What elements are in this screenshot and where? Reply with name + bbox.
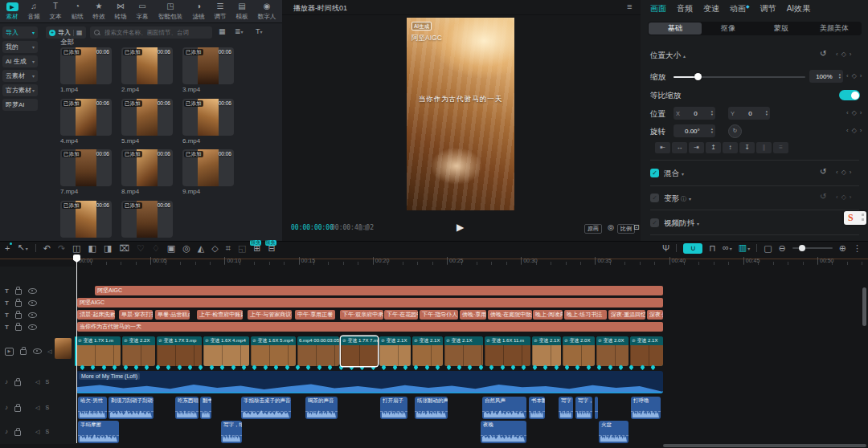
video-preview[interactable]: AI生成 阿坚AIGC 当你作为古代驸马的一天: [407, 18, 514, 210]
view-toggle-icon[interactable]: ▦: [219, 27, 226, 35]
mirror-icon[interactable]: ◭: [198, 241, 204, 255]
frame-compare-icon[interactable]: [365, 225, 369, 230]
media-item[interactable]: 已添加00:06: [60, 99, 112, 136]
sound-effect-clip[interactable]: 写字，纸: [221, 421, 242, 443]
solo-icon[interactable]: S: [45, 429, 49, 435]
zoom-out-icon[interactable]: ⊖: [779, 241, 786, 255]
text-clip[interactable]: 中午·享用正餐: [295, 310, 335, 320]
adsorb-icon[interactable]: ⊓: [709, 241, 716, 255]
position-x-field[interactable]: X0 ▴▾: [674, 107, 715, 120]
media-item[interactable]: 已添加00:06: [182, 99, 234, 136]
reset-icon[interactable]: ↺: [820, 192, 826, 201]
split-left-icon[interactable]: ◧: [88, 241, 96, 255]
solo-icon[interactable]: S: [45, 405, 49, 411]
mark-icon[interactable]: ♢: [152, 241, 160, 255]
lock-icon[interactable]: [15, 289, 22, 295]
stepper-icon[interactable]: ▴▾: [766, 110, 768, 116]
vertical-scrollbar[interactable]: [862, 287, 866, 326]
reset-icon[interactable]: ↺: [820, 49, 826, 58]
align-icon-5[interactable]: ↧: [739, 142, 755, 153]
smart-crop-icon[interactable]: ⊞限免: [253, 241, 260, 255]
position-y-field[interactable]: Y0 ▴▾: [728, 107, 770, 120]
frame-icon[interactable]: ▣: [167, 241, 175, 255]
tab-音频[interactable]: 音频: [677, 3, 693, 14]
keyframe-control[interactable]: ‹◇›: [846, 127, 862, 134]
align-icon-4[interactable]: ↕: [723, 142, 738, 153]
smart-relight-icon[interactable]: ⊟限免: [268, 241, 276, 255]
eye-icon[interactable]: [28, 300, 37, 306]
text-clip[interactable]: 清晨·起床洗漱: [77, 310, 115, 320]
sound-effect-clip[interactable]: [595, 397, 598, 419]
sound-effect-clip[interactable]: 自然风声: [482, 397, 526, 419]
text-clip[interactable]: 深夜·重温回忆: [608, 310, 645, 320]
play-button[interactable]: ▶: [457, 222, 464, 233]
text-clip[interactable]: 傍晚·享用晚膳: [460, 310, 486, 320]
tab-调节[interactable]: 调节: [760, 3, 776, 14]
lock-icon[interactable]: [15, 301, 22, 307]
tab-画面[interactable]: 画面: [650, 3, 666, 14]
sound-effect-clip[interactable]: 纸张翻动的声音: [415, 397, 448, 419]
video-clip[interactable]: ⊙ 变速 1.7X 1.m: [76, 336, 121, 366]
undo-icon[interactable]: ↶: [43, 241, 51, 255]
stabilize-checkbox[interactable]: ✓: [650, 218, 659, 227]
filter-icon[interactable]: T▾: [256, 27, 263, 35]
text-clip[interactable]: 阿坚AIGC: [77, 298, 663, 307]
subtab-抠像[interactable]: 抠像: [702, 22, 755, 35]
mute-icon[interactable]: ◁: [35, 379, 39, 385]
rotate-icon[interactable]: ◇: [211, 241, 218, 255]
top-nav-item[interactable]: ▶素材: [6, 2, 18, 21]
sound-effect-clip[interactable]: 喝茶的声音: [305, 397, 338, 419]
media-item[interactable]: 已添加00:06: [121, 201, 173, 238]
split-icon[interactable]: ◫: [72, 241, 80, 255]
sidebar-item[interactable]: 我的▾: [2, 41, 38, 53]
video-clip[interactable]: ⊙ 变速 1.7X 3.mp: [157, 336, 202, 366]
sidebar-item[interactable]: 即梦AI: [2, 99, 38, 111]
video-clip[interactable]: ⊙ 变速 1.7X 7.mp: [341, 336, 378, 366]
tab-AI效果[interactable]: AI效果: [787, 3, 810, 14]
sidebar-item[interactable]: 云素材▾: [2, 70, 38, 82]
stepper-icon[interactable]: ▴▾: [839, 73, 841, 79]
mute-icon[interactable]: ◁: [47, 348, 51, 355]
add-icon[interactable]: +: [5, 241, 10, 255]
reverse-icon[interactable]: ◎: [182, 241, 190, 255]
rotate-knob[interactable]: ↻: [728, 124, 742, 138]
scale-slider-knob[interactable]: [694, 73, 702, 80]
deform-section[interactable]: 变形ⓘ▾: [664, 193, 691, 204]
mute-icon[interactable]: ◁: [35, 405, 39, 411]
keyframe-control[interactable]: ‹◇›: [836, 193, 852, 201]
top-nav-item[interactable]: T文本: [49, 2, 62, 21]
sound-effect-clip[interactable]: 打开扇子: [380, 397, 407, 419]
more-icon[interactable]: ⋮: [853, 241, 862, 255]
media-item[interactable]: 已添加00:06: [60, 47, 112, 84]
top-nav-item[interactable]: ⋈转场: [114, 2, 127, 21]
top-nav-item[interactable]: ★特效: [92, 2, 105, 21]
sound-effect-clip[interactable]: 写字，: [559, 397, 573, 419]
import-button[interactable]: + 导入 ▦: [46, 26, 86, 39]
video-clip[interactable]: ⊙ 变速 1.6X 5.mp4: [251, 336, 296, 366]
sidebar-item[interactable]: 导入▾: [2, 26, 38, 39]
sound-effect-clip[interactable]: 手绢摩擦: [78, 421, 119, 443]
media-search[interactable]: [90, 26, 212, 39]
lock-icon[interactable]: [14, 430, 21, 436]
align-icon-0[interactable]: ⇤: [655, 142, 670, 153]
sound-effect-clip[interactable]: 火盆: [599, 421, 628, 443]
stepper-icon[interactable]: ▴▾: [711, 110, 713, 116]
eye-icon[interactable]: [28, 288, 37, 294]
text-clip[interactable]: 上午·与管家商议事宜: [248, 310, 292, 320]
eye-icon[interactable]: [28, 312, 37, 318]
text-clip[interactable]: 阿坚AIGC: [95, 286, 663, 295]
ratio-button[interactable]: 比例: [617, 224, 635, 234]
video-clip[interactable]: ⊙ 变速 2.2X: [122, 336, 155, 366]
media-item[interactable]: 已添加00:06: [182, 47, 234, 84]
deform-checkbox[interactable]: ✓: [650, 193, 659, 202]
select-tool-icon[interactable]: ↖▾: [17, 240, 27, 256]
keyframe-control[interactable]: ‹◇›: [846, 72, 862, 79]
sound-effect-clip[interactable]: 吃东西咀嚼: [175, 397, 199, 419]
music-clip[interactable]: More of My Time (Lofi): [76, 371, 663, 393]
video-clip[interactable]: ⊙ 变速 2.1X: [532, 336, 561, 366]
snap-icon[interactable]: ∪: [683, 243, 702, 254]
lock-icon[interactable]: [14, 406, 21, 412]
focus-icon[interactable]: ◎: [608, 223, 614, 231]
caption-bubble-icon[interactable]: ▢: [764, 241, 772, 255]
redo-icon[interactable]: ↷: [58, 241, 65, 255]
